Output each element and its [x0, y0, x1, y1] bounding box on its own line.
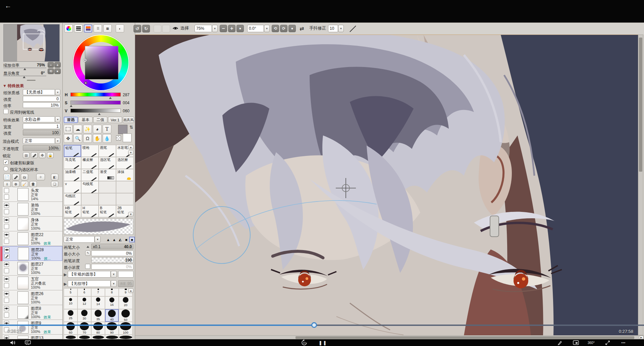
brush-h-pencil[interactable]: H铅笔: [81, 205, 99, 217]
layer-extra-checkbox[interactable]: [4, 239, 9, 244]
brush-shape-round[interactable]: ◭: [117, 237, 123, 242]
paper-texture-dropdown[interactable]: ▾: [55, 89, 60, 95]
hscroll-right-arrow[interactable]: ▶: [639, 336, 644, 339]
size-14[interactable]: 14: [91, 296, 105, 309]
lasso-tool-icon[interactable]: ☁: [73, 125, 82, 133]
more-options-button[interactable]: ⋯: [621, 339, 626, 346]
layer-visibility-checkbox[interactable]: [4, 336, 9, 339]
lock-all-button[interactable]: 🔒: [47, 152, 54, 158]
tab-favorites[interactable]: 首选: [64, 117, 78, 123]
layer-visibility-checkbox[interactable]: [4, 277, 9, 282]
layer-menu-button[interactable]: ❏: [51, 181, 58, 187]
min-size-input[interactable]: 0%: [91, 250, 133, 256]
brush-scroll-bottom-button[interactable]: ▼: [128, 212, 133, 217]
layer-paint-checkbox[interactable]: [4, 254, 9, 259]
brush-bucket[interactable]: 油漆桶: [64, 169, 81, 181]
redo-button[interactable]: ↻: [142, 25, 150, 33]
size-10[interactable]: 10: [64, 296, 77, 309]
layer-extra-checkbox[interactable]: [4, 194, 9, 199]
subtitle-icon[interactable]: [573, 339, 579, 346]
flip-horizontal-icon[interactable]: ⇄: [300, 25, 304, 32]
angle-dropdown-button[interactable]: ▾: [264, 25, 270, 32]
layer-row-28-selected[interactable]: 图层28 正常 100% 效...: [3, 246, 62, 261]
brush-slot-empty[interactable]: [99, 193, 116, 205]
layer-visibility-checkbox[interactable]: [4, 262, 9, 267]
size-100[interactable]: 100: [119, 322, 132, 335]
size-50[interactable]: 50: [119, 309, 132, 322]
brush-lineart-area[interactable]: 勾线区: [64, 193, 81, 205]
brush-slot-empty[interactable]: [116, 193, 133, 205]
blend-mode-dropdown[interactable]: ▾: [55, 138, 60, 144]
layer-extra-checkbox[interactable]: [4, 312, 9, 318]
ruler-tool-button[interactable]: ✧: [36, 174, 45, 180]
val-slider[interactable]: [70, 109, 121, 113]
brush-pencil[interactable]: 铅笔: [64, 145, 81, 157]
size-90[interactable]: 90: [105, 322, 119, 335]
new-layer-button[interactable]: 📄: [3, 174, 11, 180]
layer-extra-checkbox[interactable]: [4, 209, 9, 214]
eyedropper-tool-icon[interactable]: 💧: [103, 134, 111, 143]
hue-slider-marker[interactable]: [109, 97, 112, 99]
layer-row-26[interactable]: 图层26 正常 100%: [3, 290, 62, 305]
brush-hb-pencil[interactable]: HB铅笔: [64, 205, 81, 217]
size-60[interactable]: 60: [64, 322, 77, 335]
resize-window-icon[interactable]: [605, 339, 610, 346]
color-options-button[interactable]: ◐: [116, 24, 124, 33]
nav-rotate-ccw-button[interactable]: ⟲: [48, 68, 54, 74]
layer-visibility-checkbox[interactable]: [4, 188, 9, 193]
size-30[interactable]: 30: [77, 309, 91, 322]
annotate-pencil-icon[interactable]: [557, 339, 562, 346]
stabilizer-value-box[interactable]: 10: [328, 25, 338, 32]
size-16[interactable]: 16: [105, 296, 119, 309]
apply-to-pen-checkbox[interactable]: [3, 109, 8, 114]
new-layer-set-button[interactable]: 🗂: [21, 174, 28, 180]
rotate-360-button[interactable]: 360°: [588, 339, 595, 346]
layer-row-body[interactable]: 身体 正常 100%: [3, 217, 62, 231]
size-tick-6[interactable]: 6: [77, 288, 91, 296]
brush-selection-pen[interactable]: 选区笔: [99, 157, 116, 169]
size-150-clipped[interactable]: [77, 335, 91, 339]
layer-row-8[interactable]: 图层8 正常 100% 效果: [3, 305, 62, 320]
selection-pen-tool-icon[interactable]: ◕: [93, 125, 102, 133]
horizontal-scrollbar-thumb[interactable]: [296, 336, 634, 339]
zoom-reset-button[interactable]: ■: [236, 25, 244, 32]
marquee-tool-icon[interactable]: [64, 125, 72, 133]
size-scroll-up-button[interactable]: ▲: [128, 288, 133, 293]
brush-shape-triangle2[interactable]: ▲: [111, 237, 117, 242]
brush-texture-preset-dropdown[interactable]: ▾: [111, 280, 117, 287]
new-pen-layer-button[interactable]: [12, 174, 19, 180]
layer-visibility-checkbox[interactable]: [4, 291, 9, 296]
volume-icon[interactable]: [10, 339, 16, 346]
sv-square[interactable]: [85, 46, 118, 79]
paper-ratio-input[interactable]: 10%: [23, 102, 60, 108]
rotate-ccw-button[interactable]: ⟲: [272, 25, 279, 32]
brush-slot-empty[interactable]: [116, 181, 133, 193]
tab-basic[interactable]: 基本: [78, 117, 93, 123]
lock-transparency-button[interactable]: ▨: [23, 152, 30, 158]
brush-marker[interactable]: 马克笔: [64, 157, 81, 169]
special-effect-dropdown[interactable]: ▾: [55, 116, 60, 122]
fx-strength-slider[interactable]: 100: [23, 130, 60, 135]
selection-eye-icon[interactable]: [172, 26, 178, 31]
blend-mode-select[interactable]: 正常: [23, 138, 55, 144]
vertical-scrollbar-thumb[interactable]: [639, 38, 642, 172]
layer-extra-checkbox[interactable]: [4, 283, 9, 288]
brush-blend-dropdown[interactable]: ▾: [95, 236, 101, 243]
brush-v[interactable]: v: [64, 181, 81, 193]
brush-scroll-down-button[interactable]: ▼: [128, 150, 133, 155]
color-wheel[interactable]: [71, 35, 130, 91]
size-40-selected[interactable]: 40: [105, 309, 119, 322]
line-tool-icon[interactable]: [349, 25, 357, 33]
zoom-in-button[interactable]: +: [228, 25, 235, 32]
sat-slider[interactable]: [70, 101, 121, 105]
color-swatches-mode-icon[interactable]: ▦: [103, 24, 112, 33]
layer-visibility-checkbox[interactable]: [4, 232, 9, 237]
canvas-vertical-scrollbar[interactable]: [638, 35, 643, 335]
magic-wand-tool-icon[interactable]: ✨: [83, 125, 92, 133]
size-250-clipped[interactable]: [105, 335, 119, 339]
danmaku-icon[interactable]: [25, 339, 31, 346]
zoom-tool-icon[interactable]: 🔍: [73, 134, 82, 143]
pause-button[interactable]: ❚❚: [319, 339, 327, 346]
lock-paint-button[interactable]: [31, 152, 38, 158]
seek-bar-handle[interactable]: [311, 322, 317, 328]
